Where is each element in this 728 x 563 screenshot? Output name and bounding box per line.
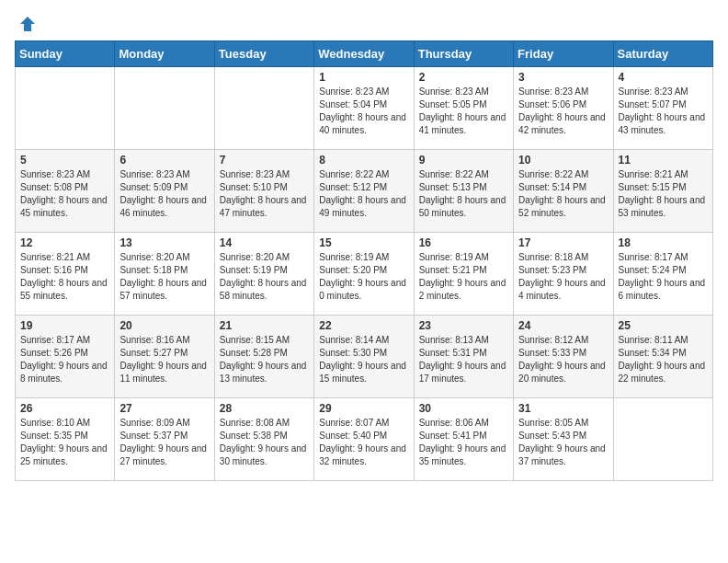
day-info: Sunrise: 8:14 AMSunset: 5:30 PMDaylight:… <box>319 334 408 385</box>
day-info: Sunrise: 8:23 AMSunset: 5:08 PMDaylight:… <box>20 168 109 220</box>
day-info: Sunrise: 8:12 AMSunset: 5:33 PMDaylight:… <box>518 334 608 385</box>
day-number: 27 <box>119 402 209 415</box>
day-info: Sunrise: 8:17 AMSunset: 5:24 PMDaylight:… <box>619 251 708 303</box>
day-info: Sunrise: 8:16 AMSunset: 5:27 PMDaylight:… <box>119 334 209 385</box>
day-number: 14 <box>220 236 309 249</box>
day-info: Sunrise: 8:22 AMSunset: 5:14 PMDaylight:… <box>518 168 608 220</box>
calendar-cell <box>214 67 313 150</box>
calendar-cell: 1Sunrise: 8:23 AMSunset: 5:04 PMDaylight… <box>314 67 414 150</box>
calendar-cell: 9Sunrise: 8:22 AMSunset: 5:13 PMDaylight… <box>414 150 513 233</box>
calendar-cell: 31Sunrise: 8:05 AMSunset: 5:43 PMDayligh… <box>514 398 613 481</box>
day-number: 12 <box>20 236 109 249</box>
calendar-cell: 25Sunrise: 8:11 AMSunset: 5:34 PMDayligh… <box>613 316 712 398</box>
day-info: Sunrise: 8:19 AMSunset: 5:21 PMDaylight:… <box>419 251 508 303</box>
day-number: 17 <box>518 236 608 249</box>
calendar-cell: 15Sunrise: 8:19 AMSunset: 5:20 PMDayligh… <box>314 233 414 316</box>
calendar-cell: 24Sunrise: 8:12 AMSunset: 5:33 PMDayligh… <box>514 316 613 398</box>
day-info: Sunrise: 8:23 AMSunset: 5:04 PMDaylight:… <box>319 86 408 137</box>
day-number: 1 <box>319 71 408 84</box>
day-number: 2 <box>419 71 508 84</box>
calendar-header-row: SundayMondayTuesdayWednesdayThursdayFrid… <box>16 41 713 67</box>
header-friday: Friday <box>514 41 613 67</box>
day-info: Sunrise: 8:20 AMSunset: 5:18 PMDaylight:… <box>119 251 209 303</box>
day-info: Sunrise: 8:22 AMSunset: 5:13 PMDaylight:… <box>419 168 508 220</box>
calendar-week-row: 12Sunrise: 8:21 AMSunset: 5:16 PMDayligh… <box>16 233 713 316</box>
day-info: Sunrise: 8:15 AMSunset: 5:28 PMDaylight:… <box>220 334 309 385</box>
day-number: 28 <box>220 402 309 415</box>
header-monday: Monday <box>115 41 214 67</box>
day-number: 30 <box>419 402 508 415</box>
calendar-cell: 30Sunrise: 8:06 AMSunset: 5:41 PMDayligh… <box>414 398 513 481</box>
calendar-cell: 17Sunrise: 8:18 AMSunset: 5:23 PMDayligh… <box>514 233 613 316</box>
day-info: Sunrise: 8:17 AMSunset: 5:26 PMDaylight:… <box>20 334 109 385</box>
header-sunday: Sunday <box>16 41 115 67</box>
day-info: Sunrise: 8:10 AMSunset: 5:35 PMDaylight:… <box>20 417 109 468</box>
day-number: 13 <box>119 236 209 249</box>
day-info: Sunrise: 8:09 AMSunset: 5:37 PMDaylight:… <box>119 417 209 468</box>
calendar-week-row: 1Sunrise: 8:23 AMSunset: 5:04 PMDaylight… <box>16 67 713 150</box>
calendar-cell: 16Sunrise: 8:19 AMSunset: 5:21 PMDayligh… <box>414 233 513 316</box>
day-number: 19 <box>20 319 109 332</box>
day-info: Sunrise: 8:07 AMSunset: 5:40 PMDaylight:… <box>319 417 408 468</box>
day-number: 21 <box>220 319 309 332</box>
calendar-cell <box>115 67 214 150</box>
calendar-cell: 27Sunrise: 8:09 AMSunset: 5:37 PMDayligh… <box>115 398 214 481</box>
calendar-cell: 14Sunrise: 8:20 AMSunset: 5:19 PMDayligh… <box>214 233 313 316</box>
day-number: 4 <box>619 71 708 84</box>
day-number: 29 <box>319 402 408 415</box>
calendar-cell: 21Sunrise: 8:15 AMSunset: 5:28 PMDayligh… <box>214 316 313 398</box>
calendar-cell: 3Sunrise: 8:23 AMSunset: 5:06 PMDaylight… <box>514 67 613 150</box>
day-info: Sunrise: 8:08 AMSunset: 5:38 PMDaylight:… <box>220 417 309 468</box>
day-number: 16 <box>419 236 508 249</box>
calendar-cell: 26Sunrise: 8:10 AMSunset: 5:35 PMDayligh… <box>16 398 115 481</box>
day-number: 9 <box>419 154 508 167</box>
day-number: 8 <box>319 154 408 167</box>
day-number: 15 <box>319 236 408 249</box>
calendar-cell: 7Sunrise: 8:23 AMSunset: 5:10 PMDaylight… <box>214 150 313 233</box>
day-number: 24 <box>518 319 608 332</box>
header-wednesday: Wednesday <box>314 41 414 67</box>
day-info: Sunrise: 8:23 AMSunset: 5:06 PMDaylight:… <box>518 86 608 137</box>
calendar-cell: 8Sunrise: 8:22 AMSunset: 5:12 PMDaylight… <box>314 150 414 233</box>
calendar-cell: 29Sunrise: 8:07 AMSunset: 5:40 PMDayligh… <box>314 398 414 481</box>
day-number: 18 <box>619 236 708 249</box>
day-number: 11 <box>619 154 708 167</box>
calendar-cell: 5Sunrise: 8:23 AMSunset: 5:08 PMDaylight… <box>16 150 115 233</box>
calendar-cell: 20Sunrise: 8:16 AMSunset: 5:27 PMDayligh… <box>115 316 214 398</box>
day-info: Sunrise: 8:23 AMSunset: 5:05 PMDaylight:… <box>419 86 508 137</box>
calendar-week-row: 19Sunrise: 8:17 AMSunset: 5:26 PMDayligh… <box>16 316 713 398</box>
calendar-cell: 19Sunrise: 8:17 AMSunset: 5:26 PMDayligh… <box>16 316 115 398</box>
day-number: 5 <box>20 154 109 167</box>
day-number: 23 <box>419 319 508 332</box>
calendar-week-row: 26Sunrise: 8:10 AMSunset: 5:35 PMDayligh… <box>16 398 713 481</box>
day-number: 10 <box>518 154 608 167</box>
day-info: Sunrise: 8:06 AMSunset: 5:41 PMDaylight:… <box>419 417 508 468</box>
day-number: 31 <box>518 402 608 415</box>
calendar-cell <box>613 398 712 481</box>
header-saturday: Saturday <box>613 41 712 67</box>
day-info: Sunrise: 8:23 AMSunset: 5:09 PMDaylight:… <box>119 168 209 220</box>
day-info: Sunrise: 8:05 AMSunset: 5:43 PMDaylight:… <box>518 417 608 468</box>
day-number: 26 <box>20 402 109 415</box>
day-number: 22 <box>319 319 408 332</box>
calendar-cell: 13Sunrise: 8:20 AMSunset: 5:18 PMDayligh… <box>115 233 214 316</box>
header-tuesday: Tuesday <box>214 41 313 67</box>
header-thursday: Thursday <box>414 41 513 67</box>
page-header <box>15 15 713 33</box>
day-number: 7 <box>220 154 309 167</box>
calendar-cell: 28Sunrise: 8:08 AMSunset: 5:38 PMDayligh… <box>214 398 313 481</box>
day-number: 6 <box>119 154 209 167</box>
calendar-cell: 4Sunrise: 8:23 AMSunset: 5:07 PMDaylight… <box>613 67 712 150</box>
calendar-table: SundayMondayTuesdayWednesdayThursdayFrid… <box>15 40 713 481</box>
day-info: Sunrise: 8:21 AMSunset: 5:15 PMDaylight:… <box>619 168 708 220</box>
day-number: 25 <box>619 319 708 332</box>
logo <box>15 15 37 33</box>
calendar-cell: 18Sunrise: 8:17 AMSunset: 5:24 PMDayligh… <box>613 233 712 316</box>
day-info: Sunrise: 8:23 AMSunset: 5:10 PMDaylight:… <box>220 168 309 220</box>
calendar-cell: 12Sunrise: 8:21 AMSunset: 5:16 PMDayligh… <box>16 233 115 316</box>
day-number: 3 <box>518 71 608 84</box>
day-info: Sunrise: 8:13 AMSunset: 5:31 PMDaylight:… <box>419 334 508 385</box>
calendar-cell: 2Sunrise: 8:23 AMSunset: 5:05 PMDaylight… <box>414 67 513 150</box>
calendar-cell: 22Sunrise: 8:14 AMSunset: 5:30 PMDayligh… <box>314 316 414 398</box>
day-info: Sunrise: 8:21 AMSunset: 5:16 PMDaylight:… <box>20 251 109 303</box>
